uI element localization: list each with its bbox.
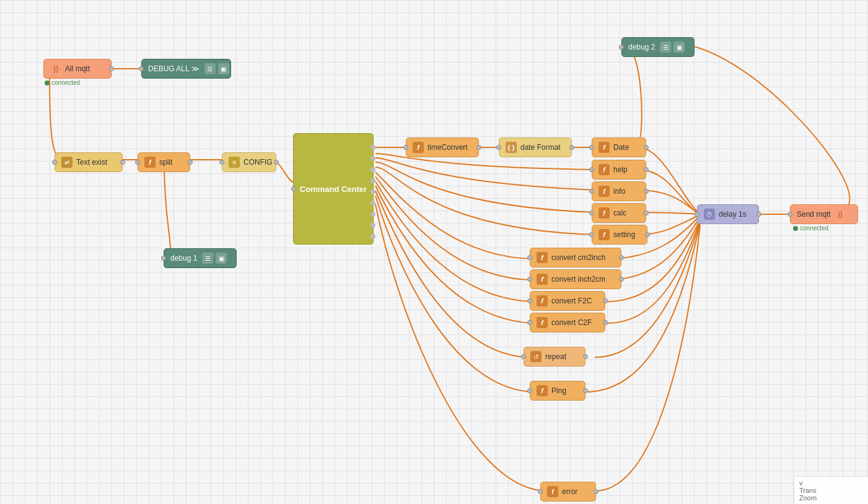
delay-node[interactable]: ⏱ delay 1s <box>697 204 759 224</box>
setting-node[interactable]: f setting <box>592 225 647 245</box>
setting-output-port[interactable] <box>645 232 650 237</box>
text-exist-input-port[interactable] <box>52 160 57 165</box>
debug2-label: debug 2 <box>628 43 655 51</box>
send-mqtt-input-port[interactable] <box>787 212 792 217</box>
ping-node[interactable]: f Ping <box>530 381 585 401</box>
timeconvert-output-port[interactable] <box>476 145 481 150</box>
info-output-port[interactable] <box>644 189 649 194</box>
date-node[interactable]: f Date <box>592 137 646 157</box>
help-node[interactable]: f help <box>592 160 646 180</box>
debug1-list-icon[interactable]: ☰ <box>202 253 213 264</box>
debug1-label: debug 1 <box>170 254 197 263</box>
repeat-input-port[interactable] <box>521 354 526 359</box>
debug2-list-icon[interactable]: ☰ <box>660 41 671 53</box>
f2c-input-port[interactable] <box>527 298 532 303</box>
dateformat-output-port[interactable] <box>569 145 574 150</box>
c2f-output-port[interactable] <box>603 320 608 325</box>
debug1-toggle-icon[interactable]: ▣ <box>216 253 227 264</box>
cm2inch-icon: f <box>537 252 548 263</box>
date-input-port[interactable] <box>589 145 594 150</box>
config-output-port[interactable] <box>274 160 279 165</box>
cc-port-6[interactable] <box>370 201 375 206</box>
timeconvert-input-port[interactable] <box>403 145 408 150</box>
info-input-port[interactable] <box>589 189 594 194</box>
text-exist-output-port[interactable] <box>120 160 125 165</box>
calc-output-port[interactable] <box>644 211 649 215</box>
f2c-label: convert F2C <box>551 297 592 305</box>
config-node[interactable]: ✕ CONFIG <box>222 152 276 172</box>
date-output-port[interactable] <box>644 145 649 150</box>
dateformat-node[interactable]: { } date Format <box>499 137 572 157</box>
f2c-output-port[interactable] <box>603 298 608 303</box>
command-center-node[interactable]: Command Center <box>293 133 374 245</box>
cc-port-4[interactable] <box>370 178 375 183</box>
delay-output-port[interactable] <box>756 212 761 217</box>
all-mqtt-output-port[interactable] <box>109 66 114 71</box>
config-input-port[interactable] <box>219 160 224 165</box>
split-output-port[interactable] <box>188 160 193 165</box>
convert-inch2cm-node[interactable]: f convert inch2cm <box>530 269 621 289</box>
split-node[interactable]: f split <box>138 152 190 172</box>
convert-c2f-node[interactable]: f convert C2F <box>530 313 605 332</box>
cc-port-1[interactable] <box>370 145 375 150</box>
debug-all-node[interactable]: DEBUG ALL ≫ ☰ ▣ <box>141 59 231 79</box>
bottom-v-label: v <box>799 479 863 487</box>
convert-cm2inch-node[interactable]: f convert cm2inch <box>530 248 621 267</box>
convert-f2c-node[interactable]: f convert F2C <box>530 291 605 311</box>
cc-port-3[interactable] <box>370 167 375 172</box>
inch2cm-output-port[interactable] <box>619 277 624 282</box>
inch2cm-input-port[interactable] <box>527 277 532 282</box>
cc-input-port[interactable] <box>291 186 296 191</box>
repeat-icon: ↺ <box>530 351 541 362</box>
all-mqtt-status: connected <box>45 79 80 86</box>
cc-port-9[interactable] <box>370 234 375 239</box>
info-node[interactable]: f info <box>592 181 646 201</box>
error-output-port[interactable] <box>594 489 598 494</box>
dateformat-input-port[interactable] <box>496 145 501 150</box>
split-input-port[interactable] <box>135 160 140 165</box>
cm2inch-input-port[interactable] <box>527 255 532 260</box>
cc-port-8[interactable] <box>370 223 375 228</box>
delay-input-port[interactable] <box>695 212 699 217</box>
info-label: info <box>613 187 625 196</box>
cc-port-5[interactable] <box>370 189 375 194</box>
all-mqtt-label: All mqtt <box>65 64 90 73</box>
repeat-node[interactable]: ↺ repeat <box>524 347 585 367</box>
all-mqtt-node[interactable]: )) All mqtt <box>43 59 112 79</box>
c2f-input-port[interactable] <box>527 320 532 325</box>
debug1-node[interactable]: debug 1 ☰ ▣ <box>164 248 237 268</box>
send-mqtt-label: Send mqtt <box>797 210 831 219</box>
error-node[interactable]: f error <box>540 482 596 502</box>
debug2-input-port[interactable] <box>619 45 624 50</box>
timeconvert-node[interactable]: f timeConvert <box>406 137 479 157</box>
error-icon: f <box>547 486 558 497</box>
error-input-port[interactable] <box>538 489 543 494</box>
repeat-output-port[interactable] <box>583 354 588 359</box>
bottom-panel: v Trans Zoom <box>794 476 868 504</box>
help-label: help <box>613 165 628 174</box>
dateformat-icon: { } <box>506 142 517 153</box>
help-icon: f <box>598 164 610 175</box>
debug2-toggle-icon[interactable]: ▣ <box>673 41 685 53</box>
debug2-node[interactable]: debug 2 ☰ ▣ <box>621 37 695 57</box>
help-output-port[interactable] <box>644 167 649 172</box>
calc-input-port[interactable] <box>589 211 594 215</box>
debug-all-toggle-icon[interactable]: ▣ <box>218 63 229 74</box>
text-exist-node[interactable]: ⇌ Text exist <box>55 152 123 172</box>
delay-icon: ⏱ <box>704 209 715 220</box>
cc-port-2[interactable] <box>370 156 375 161</box>
debug-all-input-port[interactable] <box>139 66 144 71</box>
setting-input-port[interactable] <box>589 232 594 237</box>
send-mqtt-status: connected <box>793 225 828 232</box>
debug-all-list-icon[interactable]: ☰ <box>204 63 216 74</box>
cc-port-7[interactable] <box>370 212 375 217</box>
ping-input-port[interactable] <box>527 388 532 393</box>
calc-node[interactable]: f calc <box>592 203 646 223</box>
help-input-port[interactable] <box>589 167 594 172</box>
debug2-icons: ☰ ▣ <box>660 41 685 53</box>
ping-output-port[interactable] <box>583 388 588 393</box>
send-mqtt-node[interactable]: Send mqtt )) <box>790 204 858 224</box>
cm2inch-output-port[interactable] <box>619 255 624 260</box>
calc-label: calc <box>613 209 626 217</box>
debug1-input-port[interactable] <box>161 256 166 261</box>
